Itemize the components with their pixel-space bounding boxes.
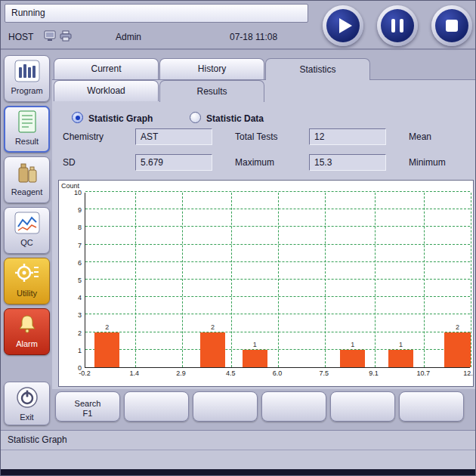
tab-statistics[interactable]: Statistics bbox=[265, 58, 370, 80]
bar-value-label: 2 bbox=[456, 323, 459, 331]
exit-power-icon bbox=[16, 386, 39, 411]
sidebar-item-utility[interactable]: Utility bbox=[4, 258, 50, 304]
statistics-histogram-chart: Count 012345678910 221112 -0.21.42.94.56… bbox=[58, 180, 474, 387]
sidebar-label: Result bbox=[15, 137, 39, 146]
gridline-horizontal bbox=[85, 191, 470, 192]
bar-value-label: 2 bbox=[211, 323, 215, 331]
tab-results[interactable]: Results bbox=[159, 80, 264, 102]
sidebar-item-qc[interactable]: QC bbox=[4, 207, 50, 254]
mean-label: Mean bbox=[409, 131, 431, 142]
start-button[interactable] bbox=[323, 5, 363, 46]
pause-button[interactable] bbox=[377, 5, 418, 46]
total-tests-label: Total Tests bbox=[235, 131, 277, 142]
y-tick-label: 10 bbox=[60, 189, 82, 196]
host-connection-icon bbox=[44, 30, 56, 44]
function-key-5[interactable] bbox=[330, 391, 395, 422]
sidebar-label: Exit bbox=[20, 413, 33, 422]
play-icon bbox=[326, 9, 360, 42]
chemistry-field[interactable]: AST bbox=[135, 128, 212, 145]
total-tests-field[interactable]: 12 bbox=[309, 128, 386, 145]
sidebar-item-alarm[interactable]: Alarm bbox=[4, 308, 50, 355]
analyzer-window: Running HOST Admin 07-18 11:08 Program bbox=[0, 0, 476, 476]
y-tick-label: 6 bbox=[60, 259, 82, 267]
status-bar: Statistic Graph bbox=[1, 430, 476, 450]
run-status-box: Running bbox=[5, 4, 308, 23]
pause-icon bbox=[381, 9, 414, 42]
stop-button[interactable] bbox=[431, 5, 472, 46]
reagent-bottle-icon bbox=[14, 161, 40, 186]
histogram-bar bbox=[340, 350, 365, 367]
x-axis: -0.21.42.94.56.07.59.110.712.2 bbox=[59, 369, 473, 380]
printer-icon bbox=[60, 30, 72, 44]
bar-value-label: 1 bbox=[399, 341, 403, 348]
sd-label: SD bbox=[63, 157, 76, 168]
tab-current[interactable]: Current bbox=[54, 58, 159, 79]
tab-workload[interactable]: Workload bbox=[54, 80, 159, 101]
search-f1-button[interactable]: Search F1 bbox=[55, 391, 120, 422]
sidebar-item-program[interactable]: Program bbox=[4, 55, 50, 102]
utility-gear-icon bbox=[14, 262, 40, 287]
logged-in-user: Admin bbox=[116, 32, 141, 42]
statistic-graph-radio-label: Statistic Graph bbox=[88, 113, 153, 124]
fkey-label-line1: Search bbox=[56, 399, 119, 409]
function-key-3[interactable] bbox=[193, 391, 258, 422]
header-divider bbox=[1, 48, 476, 50]
y-tick-label: 1 bbox=[60, 347, 82, 354]
plot-area: 221112 bbox=[85, 193, 470, 368]
gridline-vertical bbox=[471, 193, 471, 367]
stop-icon bbox=[435, 9, 468, 42]
host-label: HOST bbox=[8, 32, 33, 42]
run-status-text: Running bbox=[11, 8, 45, 18]
maximum-label: Maximum bbox=[235, 157, 274, 168]
minimum-label: Minimum bbox=[409, 157, 446, 168]
sidebar-label: Program bbox=[11, 86, 42, 95]
x-tick-label: 2.9 bbox=[176, 369, 186, 377]
gridline-vertical bbox=[182, 193, 183, 367]
histogram-bar bbox=[243, 350, 267, 367]
bar-value-label: 2 bbox=[105, 323, 109, 331]
host-row: HOST Admin 07-18 11:08 bbox=[1, 25, 318, 48]
sidebar-label: Alarm bbox=[16, 339, 38, 348]
gridline-vertical bbox=[375, 193, 376, 367]
bar-value-label: 1 bbox=[351, 341, 354, 348]
function-key-4[interactable] bbox=[261, 391, 326, 422]
statistic-graph-radio[interactable] bbox=[72, 112, 83, 123]
x-tick-label: 9.1 bbox=[369, 369, 379, 377]
sidebar-item-result[interactable]: Result bbox=[4, 106, 50, 153]
statistics-panel: Statistic Graph Statistic Data Chemistry… bbox=[52, 79, 476, 389]
gridline-vertical bbox=[278, 193, 279, 367]
sidebar-label: Reagent bbox=[11, 187, 43, 196]
sidebar-label: Utility bbox=[17, 289, 37, 298]
function-key-6[interactable] bbox=[399, 391, 464, 422]
gridline-vertical bbox=[135, 193, 136, 367]
function-key-2[interactable] bbox=[124, 391, 189, 422]
sidebar-item-reagent[interactable]: Reagent bbox=[4, 156, 50, 203]
status-bar-text: Statistic Graph bbox=[8, 434, 67, 445]
x-tick-label: 7.5 bbox=[319, 369, 329, 377]
y-tick-label: 4 bbox=[60, 294, 82, 301]
histogram-bar bbox=[200, 332, 225, 367]
sd-field[interactable]: 5.679 bbox=[135, 154, 212, 171]
sidebar-item-exit[interactable]: Exit bbox=[4, 382, 50, 425]
y-tick-label: 2 bbox=[60, 329, 82, 337]
x-tick-label: 10.7 bbox=[417, 369, 431, 377]
maximum-field[interactable]: 15.3 bbox=[309, 154, 386, 171]
x-tick-label: 1.4 bbox=[130, 369, 140, 377]
gridline-vertical bbox=[325, 193, 326, 367]
y-tick-label: 8 bbox=[60, 224, 82, 231]
chemistry-label: Chemistry bbox=[63, 131, 104, 142]
tab-history[interactable]: History bbox=[159, 58, 264, 79]
y-tick-label: 9 bbox=[60, 206, 82, 214]
alarm-bell-icon bbox=[14, 313, 40, 338]
statistic-data-radio-label: Statistic Data bbox=[206, 113, 264, 124]
gridline-vertical bbox=[424, 193, 425, 367]
statistic-data-radio[interactable] bbox=[190, 112, 201, 123]
datetime: 07-18 11:08 bbox=[230, 32, 277, 42]
bar-value-label: 1 bbox=[253, 341, 257, 348]
program-chart-icon bbox=[14, 60, 40, 85]
bottom-strip bbox=[1, 469, 476, 476]
x-tick-label: 4.5 bbox=[226, 369, 236, 377]
qc-chart-icon bbox=[14, 212, 40, 236]
histogram-bar bbox=[444, 332, 471, 367]
y-tick-label: 7 bbox=[60, 242, 82, 249]
